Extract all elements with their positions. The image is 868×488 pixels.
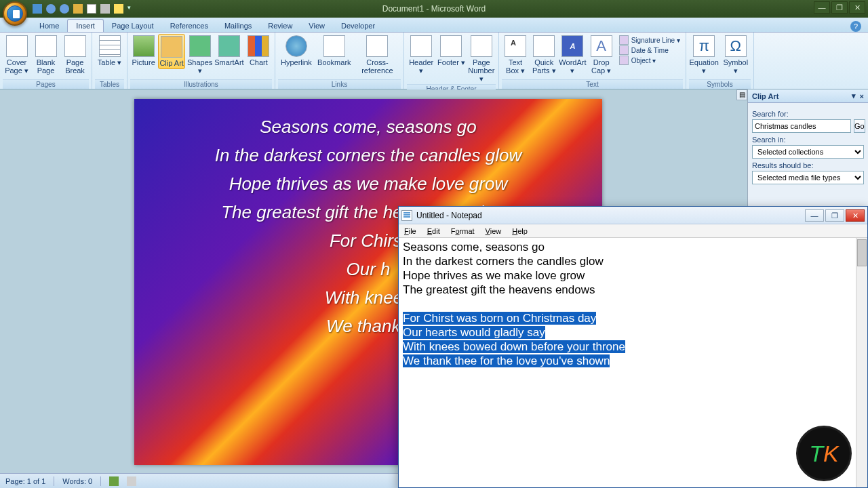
object-button[interactable]: Object ▾ bbox=[619, 56, 680, 65]
page-break-button[interactable]: Page Break bbox=[61, 34, 89, 76]
notepad-maximize-button[interactable]: ❐ bbox=[825, 209, 844, 222]
qat-highlight-icon[interactable] bbox=[114, 4, 123, 14]
search-in-select[interactable]: Selected collections bbox=[752, 145, 864, 159]
menu-file[interactable]: File bbox=[399, 226, 422, 237]
picture-button[interactable]: Picture bbox=[130, 34, 157, 68]
wordart-button[interactable]: AWordArt ▾ bbox=[559, 34, 586, 76]
tab-insert[interactable]: Insert bbox=[67, 19, 104, 32]
qat-print-icon[interactable] bbox=[100, 4, 110, 14]
header-icon bbox=[410, 35, 432, 57]
cross-reference-button[interactable]: Cross-reference bbox=[354, 34, 401, 76]
hyperlink-icon bbox=[285, 35, 307, 57]
chart-icon bbox=[248, 35, 269, 57]
table-button[interactable]: Table ▾ bbox=[95, 34, 124, 68]
ribbon: Cover Page ▾ Blank Page Page Break Pages… bbox=[0, 33, 868, 89]
np-line: Seasons come, seasons go bbox=[403, 241, 545, 253]
tab-references[interactable]: References bbox=[162, 20, 216, 32]
np-line: Hope thrives as we make love grow bbox=[403, 269, 585, 282]
header-button[interactable]: Header ▾ bbox=[407, 34, 435, 76]
hyperlink-button[interactable]: Hyperlink bbox=[278, 34, 315, 68]
menu-format[interactable]: Format bbox=[446, 226, 480, 237]
qat-open-icon[interactable] bbox=[73, 4, 83, 14]
status-proof-icon[interactable] bbox=[109, 476, 119, 486]
search-in-label: Search in: bbox=[752, 136, 864, 144]
ruler-toggle-button[interactable]: ▤ bbox=[736, 89, 747, 100]
page-number-button[interactable]: Page Number ▾ bbox=[467, 34, 496, 84]
pane-close-icon[interactable]: × bbox=[860, 92, 864, 100]
cover-page-button[interactable]: Cover Page ▾ bbox=[3, 34, 31, 76]
tab-view[interactable]: View bbox=[300, 20, 333, 32]
scrollbar-thumb[interactable] bbox=[857, 239, 867, 266]
office-button[interactable] bbox=[3, 1, 27, 26]
word-minimize-button[interactable]: — bbox=[814, 1, 830, 14]
signature-icon bbox=[619, 35, 629, 45]
notepad-scrollbar[interactable] bbox=[856, 238, 867, 487]
results-select[interactable]: Selected media file types bbox=[752, 171, 864, 184]
np-line: The greatest gift the heavens endows bbox=[403, 283, 595, 296]
wordart-icon: A bbox=[561, 35, 583, 57]
go-button[interactable]: Go bbox=[854, 119, 865, 133]
equation-button[interactable]: πEquation ▾ bbox=[689, 34, 719, 76]
qat-save-icon[interactable] bbox=[33, 4, 42, 14]
menu-help[interactable]: Help bbox=[507, 226, 533, 237]
smartart-icon bbox=[218, 35, 240, 57]
word-maximize-button[interactable]: ❐ bbox=[831, 1, 848, 14]
drop-cap-button[interactable]: ADrop Cap ▾ bbox=[588, 34, 615, 76]
help-icon[interactable]: ? bbox=[850, 21, 861, 32]
clip-art-icon bbox=[161, 36, 182, 58]
status-page[interactable]: Page: 1 of 1 bbox=[5, 477, 45, 485]
menu-view[interactable]: View bbox=[480, 226, 507, 237]
notepad-app-icon bbox=[401, 210, 412, 221]
clip-art-button[interactable]: Clip Art bbox=[158, 34, 185, 69]
word-window-title: Document1 - Microsoft Word bbox=[382, 4, 486, 14]
tab-review[interactable]: Review bbox=[260, 20, 300, 32]
chart-button[interactable]: Chart bbox=[245, 34, 272, 68]
symbol-icon: Ω bbox=[725, 35, 747, 57]
quick-parts-button[interactable]: Quick Parts ▾ bbox=[530, 34, 557, 76]
signature-line-button[interactable]: Signature Line ▾ bbox=[619, 35, 680, 45]
page-break-icon bbox=[64, 35, 86, 57]
doc-line: Hope thrives as we make love grow bbox=[161, 169, 575, 198]
np-line: In the darkest corners the candles glow bbox=[403, 255, 604, 268]
cross-reference-icon bbox=[366, 35, 388, 57]
bookmark-icon bbox=[323, 35, 345, 57]
qat-more-icon[interactable]: ▾ bbox=[127, 4, 137, 14]
doc-line: Seasons come, seasons go bbox=[161, 113, 575, 141]
notepad-close-button[interactable]: ✕ bbox=[846, 209, 865, 222]
equation-icon: π bbox=[693, 35, 715, 57]
tab-page-layout[interactable]: Page Layout bbox=[104, 20, 162, 32]
pane-dropdown-icon[interactable]: ▾ bbox=[852, 92, 856, 100]
date-time-button[interactable]: Date & Time bbox=[619, 45, 680, 55]
menu-edit[interactable]: Edit bbox=[422, 226, 446, 237]
symbol-button[interactable]: ΩSymbol ▾ bbox=[721, 34, 751, 76]
text-box-button[interactable]: AText Box ▾ bbox=[502, 34, 529, 76]
bookmark-button[interactable]: Bookmark bbox=[316, 34, 353, 68]
search-for-label: Search for: bbox=[752, 110, 864, 118]
status-macro-icon[interactable] bbox=[127, 476, 136, 486]
tab-home[interactable]: Home bbox=[31, 20, 67, 32]
object-icon bbox=[619, 56, 629, 65]
doc-line: In the darkest corners the candles glow bbox=[161, 141, 575, 169]
qat-new-icon[interactable] bbox=[87, 4, 96, 14]
tab-developer[interactable]: Developer bbox=[333, 20, 383, 32]
ribbon-tab-strip: Home Insert Page Layout References Maili… bbox=[0, 18, 868, 33]
tab-mailings[interactable]: Mailings bbox=[216, 20, 260, 32]
notepad-minimize-button[interactable]: — bbox=[805, 209, 824, 222]
search-for-input[interactable] bbox=[752, 119, 851, 133]
picture-icon bbox=[133, 35, 155, 57]
blank-page-button[interactable]: Blank Page bbox=[32, 34, 60, 76]
qat-undo-icon[interactable] bbox=[46, 4, 56, 14]
group-label-pages: Pages bbox=[3, 79, 89, 89]
np-selected-line: Our hearts would gladly say bbox=[403, 326, 545, 339]
smartart-button[interactable]: SmartArt bbox=[214, 34, 243, 68]
shapes-button[interactable]: Shapes ▾ bbox=[186, 34, 213, 76]
qat-redo-icon[interactable] bbox=[60, 4, 69, 14]
np-selected-line: With knees bowed down before your throne bbox=[403, 340, 625, 353]
status-words[interactable]: Words: 0 bbox=[62, 477, 92, 485]
page-number-icon bbox=[471, 35, 492, 57]
table-icon bbox=[99, 35, 121, 57]
word-close-button[interactable]: ✕ bbox=[849, 1, 865, 14]
footer-button[interactable]: Footer ▾ bbox=[437, 34, 465, 68]
notepad-titlebar[interactable]: Untitled - Notepad — ❐ ✕ bbox=[399, 207, 867, 224]
blank-page-icon bbox=[35, 35, 57, 57]
